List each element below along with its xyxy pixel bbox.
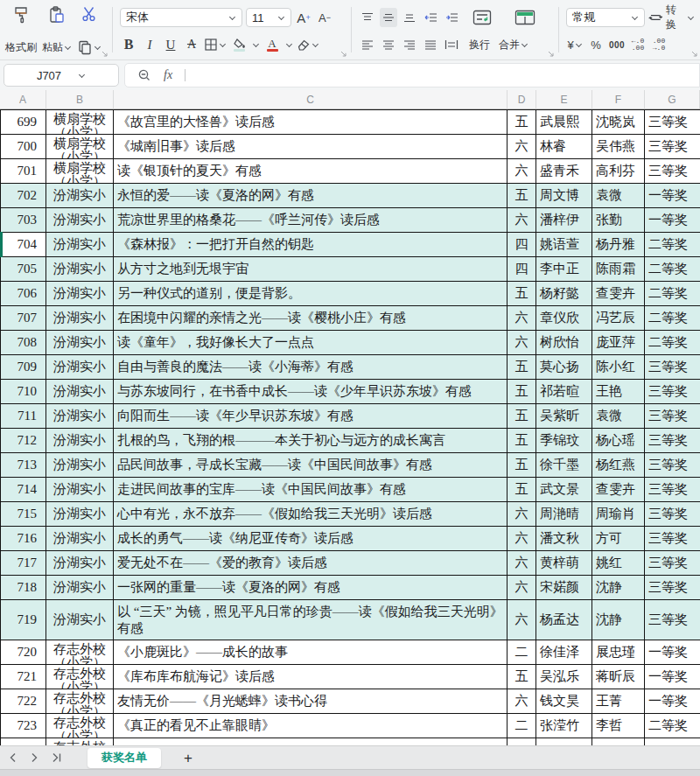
cell-A-704[interactable]: 704 bbox=[0, 233, 46, 256]
cell-B-699[interactable]: 横扇学校（小学） bbox=[46, 110, 114, 134]
fill-color-button[interactable] bbox=[230, 35, 248, 54]
cell-B-707[interactable]: 汾湖实小 bbox=[46, 306, 114, 330]
cell-B-717[interactable]: 汾湖实小 bbox=[46, 551, 114, 575]
cell-G-703[interactable]: 一等奖 bbox=[645, 208, 700, 232]
cell-A-717[interactable]: 717 bbox=[0, 551, 46, 575]
increase-font-size-button[interactable]: A+ bbox=[295, 8, 312, 27]
cell-A-702[interactable]: 702 bbox=[0, 184, 46, 207]
percent-button[interactable]: % bbox=[587, 35, 605, 54]
cell-A-714[interactable]: 714 bbox=[0, 478, 46, 501]
cell-D-710[interactable]: 五 bbox=[508, 380, 536, 403]
cell-F-704[interactable]: 杨丹雅 bbox=[592, 233, 645, 256]
cell-G-700[interactable]: 三等奖 bbox=[645, 135, 700, 158]
align-center-button[interactable] bbox=[380, 35, 397, 54]
cell-E-715[interactable]: 周滟晴 bbox=[536, 502, 592, 526]
distributed-button[interactable] bbox=[443, 35, 460, 54]
cell-A-708[interactable]: 708 bbox=[0, 331, 46, 354]
cell-B-705[interactable]: 汾湖实小 bbox=[46, 257, 114, 281]
cell-A-710[interactable]: 710 bbox=[0, 380, 46, 403]
cell-E-722[interactable]: 钱文昊 bbox=[536, 689, 592, 713]
merge-cells-button[interactable] bbox=[504, 8, 546, 27]
cell-C-718[interactable]: 一张网的重量——读《夏洛的网》有感 bbox=[114, 576, 508, 599]
cell-E-705[interactable]: 李中正 bbox=[536, 257, 592, 281]
cell-E-721[interactable]: 吴泓乐 bbox=[536, 665, 592, 689]
cell-A-715[interactable]: 715 bbox=[0, 502, 46, 526]
cell-F-713[interactable]: 杨红燕 bbox=[592, 453, 645, 477]
col-header-E[interactable]: E bbox=[536, 90, 592, 108]
cell-D-702[interactable]: 五 bbox=[508, 184, 536, 207]
cell-E-709[interactable]: 莫心扬 bbox=[536, 355, 592, 379]
cell-C-712[interactable]: 扎根的鸟，飞翔的根———本关于初心与远方的成长寓言 bbox=[114, 429, 508, 452]
cell-E-708[interactable]: 树欣怡 bbox=[536, 331, 592, 354]
cell-C-705[interactable]: 从方寸之地到无垠宇宙 bbox=[114, 257, 508, 281]
cell-F-700[interactable]: 吴伟燕 bbox=[592, 135, 645, 158]
cell-A-718[interactable]: 718 bbox=[0, 576, 46, 599]
cell-E-717[interactable]: 黄梓萌 bbox=[536, 551, 592, 575]
cell-A-722[interactable]: 722 bbox=[0, 689, 46, 713]
cell-F-723[interactable]: 李哲 bbox=[592, 714, 645, 738]
cell-D-701[interactable]: 六 bbox=[508, 159, 536, 183]
cell-D-713[interactable]: 五 bbox=[508, 453, 536, 477]
cell-E-702[interactable]: 周文博 bbox=[536, 184, 592, 207]
cell-C-707[interactable]: 在困境中闪耀的亲情之光——读《樱桃小庄》有感 bbox=[114, 306, 508, 330]
align-middle-button[interactable] bbox=[380, 8, 397, 27]
zoom-search-icon[interactable] bbox=[137, 68, 151, 82]
cell-B-713[interactable]: 汾湖实小 bbox=[46, 453, 114, 477]
cell-F-711[interactable]: 袁微 bbox=[592, 404, 645, 428]
cell-C-700[interactable]: 《城南旧事》读后感 bbox=[114, 135, 508, 158]
col-header-C[interactable]: C bbox=[114, 90, 508, 108]
cell-B-700[interactable]: 横扇学校（小学） bbox=[46, 135, 114, 158]
sheet-tab-active[interactable]: 获奖名单 bbox=[88, 748, 161, 768]
cell-A-703[interactable]: 703 bbox=[0, 208, 46, 232]
italic-button[interactable]: I bbox=[141, 35, 158, 54]
cell-D-717[interactable]: 六 bbox=[508, 551, 536, 575]
cell-A-724[interactable]: 724 bbox=[0, 738, 46, 745]
paste-button[interactable]: 粘贴 bbox=[42, 38, 72, 56]
cell-D-718[interactable]: 六 bbox=[508, 576, 536, 599]
cell-C-719[interactable]: 以 “三天” 为镜，照见平凡日常的珍贵——读《假如给我三天光明》有感 bbox=[114, 600, 508, 640]
cell-C-722[interactable]: 友情无价——《月光蟋蟀》读书心得 bbox=[114, 689, 508, 713]
cell-C-704[interactable]: 《森林报》：一把打开自然的钥匙 bbox=[114, 233, 508, 256]
cell-B-724[interactable]: 存志外校（小学） bbox=[46, 738, 114, 745]
cell-G-699[interactable]: 三等奖 bbox=[645, 110, 700, 134]
cut-icon[interactable] bbox=[80, 5, 98, 23]
number-group-expand-icon[interactable] bbox=[691, 51, 698, 58]
align-right-button[interactable] bbox=[401, 35, 418, 54]
cell-B-704[interactable]: 汾湖实小 bbox=[46, 233, 114, 256]
add-sheet-button[interactable]: + bbox=[184, 751, 192, 766]
cell-B-719[interactable]: 汾湖实小 bbox=[46, 600, 114, 640]
cell-B-701[interactable]: 横扇学校（小学） bbox=[46, 159, 114, 183]
cell-G-720[interactable]: 一等奖 bbox=[645, 640, 700, 664]
convert-button[interactable]: 转换 bbox=[648, 8, 695, 27]
cell-F-721[interactable]: 蒋昕辰 bbox=[592, 665, 645, 689]
cell-A-701[interactable]: 701 bbox=[0, 159, 46, 183]
cell-G-721[interactable]: 一等奖 bbox=[645, 665, 700, 689]
cell-G-704[interactable]: 二等奖 bbox=[645, 233, 700, 256]
cell-C-710[interactable]: 与苏东坡同行，在书香中成长——读《少年早识苏东坡》有感 bbox=[114, 380, 508, 403]
bold-button[interactable]: B bbox=[120, 35, 137, 54]
cell-E-707[interactable]: 章仪欣 bbox=[536, 306, 592, 330]
cell-D-720[interactable]: 二 bbox=[508, 640, 536, 664]
cell-C-716[interactable]: 成长的勇气——读《纳尼亚传奇》读后感 bbox=[114, 527, 508, 550]
cell-D-704[interactable]: 四 bbox=[508, 233, 536, 256]
cell-B-712[interactable]: 汾湖实小 bbox=[46, 429, 114, 452]
cell-G-715[interactable]: 三等奖 bbox=[645, 502, 700, 526]
name-box[interactable]: J707 bbox=[4, 64, 119, 87]
cell-D-706[interactable]: 五 bbox=[508, 282, 536, 305]
cell-E-713[interactable]: 徐千墨 bbox=[536, 453, 592, 477]
cell-F-716[interactable]: 方可 bbox=[592, 527, 645, 550]
cell-D-712[interactable]: 五 bbox=[508, 429, 536, 452]
cell-D-723[interactable]: 二 bbox=[508, 714, 536, 738]
cell-C-709[interactable]: 自由与善良的魔法——读《小海蒂》有感 bbox=[114, 355, 508, 379]
cell-A-719[interactable]: 719 bbox=[0, 600, 46, 640]
cell-G-709[interactable]: 三等奖 bbox=[645, 355, 700, 379]
cell-E-723[interactable]: 张滢竹 bbox=[536, 714, 592, 738]
col-header-G[interactable]: G bbox=[645, 90, 700, 108]
cell-D-700[interactable]: 六 bbox=[508, 135, 536, 158]
col-header-B[interactable]: B bbox=[46, 90, 114, 108]
justify-button[interactable] bbox=[422, 35, 439, 54]
cell-F-701[interactable]: 高利芬 bbox=[592, 159, 645, 183]
cell-E-704[interactable]: 姚语萱 bbox=[536, 233, 592, 256]
align-bottom-button[interactable] bbox=[401, 8, 418, 27]
cell-G-702[interactable]: 一等奖 bbox=[645, 184, 700, 207]
